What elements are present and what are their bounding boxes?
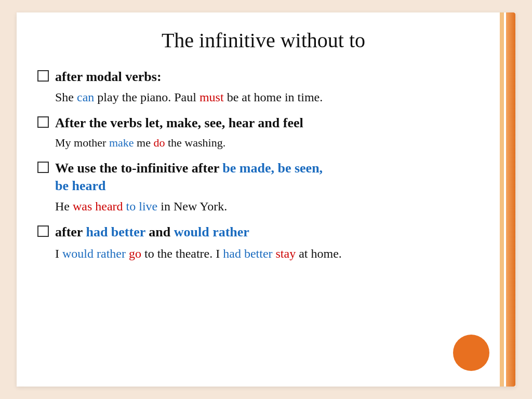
word-would-rather: would rather: [62, 247, 126, 260]
slide: The infinitive without to after modal ve…: [17, 12, 515, 387]
example-to-infinitive: He was heard to live in New York.: [55, 198, 489, 216]
checkbox-let-make: [37, 116, 49, 128]
section-to-infinitive: We use the to-infinitive after be made, …: [37, 159, 489, 215]
heading-to-infinitive: We use the to-infinitive after be made, …: [55, 159, 323, 195]
section-modal-verbs: after modal verbs: She can play the pian…: [37, 68, 489, 106]
word-was-heard: was heard: [73, 200, 123, 213]
heading-modal-verbs: after modal verbs:: [55, 68, 162, 86]
checkbox-had-better: [37, 225, 49, 237]
word-go: go: [129, 247, 141, 260]
word-can: can: [77, 90, 94, 104]
example-had-better: I would rather go to the theatre. I had …: [55, 245, 489, 263]
word-had-better: had better: [223, 247, 272, 260]
word-make: make: [109, 136, 134, 149]
section-heading-let-make: After the verbs let, make, see, hear and…: [37, 114, 489, 132]
example-modal-verbs: She can play the piano. Paul must be at …: [55, 89, 489, 107]
section-let-make: After the verbs let, make, see, hear and…: [37, 114, 489, 151]
phrase-had-better: had better: [86, 224, 145, 240]
section-heading-had-better: after had better and would rather: [37, 223, 489, 241]
example-let-make: My mother make me do the washing.: [55, 135, 489, 151]
checkbox-to-infinitive: [37, 162, 49, 173]
heading-let-make: After the verbs let, make, see, hear and…: [55, 114, 303, 132]
word-stay: stay: [276, 247, 296, 260]
word-to-live: to live: [126, 200, 158, 213]
word-must: must: [200, 90, 224, 104]
orange-circle-decoration: [453, 335, 489, 371]
phrase-be-made-seen-heard: be made, be seen,be heard: [55, 161, 323, 193]
slide-title: The infinitive without to: [37, 28, 489, 52]
section-heading-to-infinitive: We use the to-infinitive after be made, …: [37, 159, 489, 195]
word-do: do: [153, 136, 165, 149]
section-had-better: after had better and would rather I woul…: [37, 223, 489, 262]
phrase-would-rather: would rather: [174, 224, 249, 240]
section-heading-modal: after modal verbs:: [37, 68, 489, 86]
checkbox-modal: [37, 70, 49, 82]
heading-had-better: after had better and would rather: [55, 223, 249, 241]
